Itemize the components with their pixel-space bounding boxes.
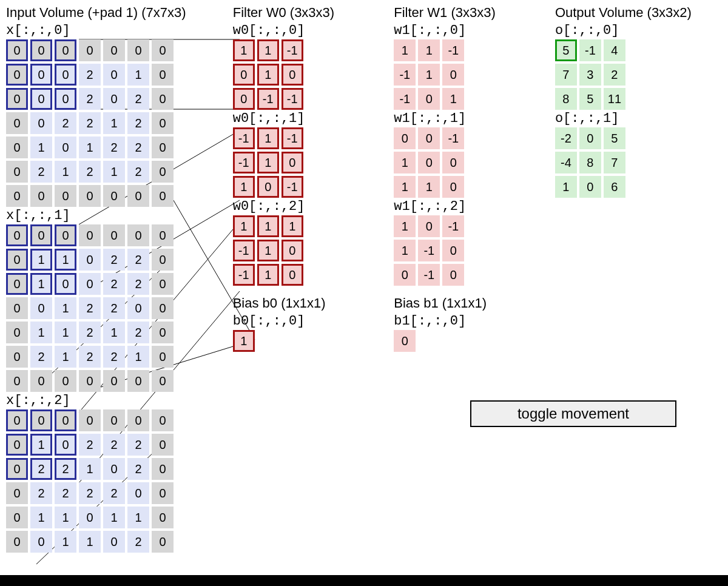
x2-r1-c4: 2 xyxy=(103,434,125,456)
x1-r5-c1: 2 xyxy=(30,346,52,368)
x1-r3-c3: 2 xyxy=(79,297,101,319)
o0-r1-c1: 3 xyxy=(579,64,601,86)
x1-r0-c2: 0 xyxy=(55,224,76,246)
input-grid-x2: 0000000010222002210200222200011011000110… xyxy=(6,409,221,553)
w0-d0-label: w0[:,:,0] xyxy=(233,23,382,38)
bias0-title: Bias b0 (1x1x1) xyxy=(233,295,382,311)
x1-r3-c1: 0 xyxy=(30,297,52,319)
o0-r0-c1: -1 xyxy=(579,39,601,61)
x1-r3-c6: 0 xyxy=(152,297,174,319)
x0-r6-c4: 0 xyxy=(103,185,125,207)
o0-r1-c0: 7 xyxy=(555,64,577,86)
output-grid-o1: -205-487106 xyxy=(555,127,722,198)
x0-r4-c6: 0 xyxy=(152,136,174,158)
x1-r1-c3: 0 xyxy=(79,249,101,271)
x0-r4-c2: 0 xyxy=(55,136,76,158)
x0-r0-c2: 0 xyxy=(55,39,76,61)
x2-r5-c0: 0 xyxy=(6,531,28,553)
filter-w0-column: Filter W0 (3x3x3) w0[:,:,0] 11-10100-1-1… xyxy=(233,5,382,553)
w1-title: Filter W1 (3x3x3) xyxy=(394,5,543,21)
x0-r5-c2: 1 xyxy=(55,161,76,183)
filter-grid-w1-d0: 11-1-110-101 xyxy=(394,39,543,110)
filter-grid-w1-d1: 00-1100110 xyxy=(394,127,543,198)
toggle-movement-button[interactable]: toggle movement xyxy=(470,400,676,427)
w0d0-r2-c0: 0 xyxy=(233,88,255,110)
bottom-bar xyxy=(0,575,728,586)
x1-r4-c5: 2 xyxy=(127,322,149,343)
o1-label: o[:,:,1] xyxy=(555,111,722,126)
x2-r1-c0: 0 xyxy=(6,434,28,456)
x0-r3-c5: 2 xyxy=(127,112,149,134)
w1d0-r0-c0: 1 xyxy=(394,39,416,61)
output-column: Output Volume (3x3x2) o[:,:,0] 5-1473285… xyxy=(555,5,722,553)
x2-r3-c0: 0 xyxy=(6,482,28,504)
x1-r0-c3: 0 xyxy=(79,224,101,246)
x1-r1-c5: 2 xyxy=(127,249,149,271)
o0-r0-c2: 4 xyxy=(604,39,625,61)
x0-r0-c3: 0 xyxy=(79,39,101,61)
w1d1-r0-c1: 0 xyxy=(418,127,440,149)
x0-r0-c4: 0 xyxy=(103,39,125,61)
w0d2-r0-c1: 1 xyxy=(257,215,279,237)
x0-r6-c3: 0 xyxy=(79,185,101,207)
x2-r4-c2: 1 xyxy=(55,507,76,528)
x1-r0-c1: 0 xyxy=(30,224,52,246)
x0-r6-c5: 0 xyxy=(127,185,149,207)
w1d2-r1-c0: 1 xyxy=(394,240,416,261)
x1-r5-c5: 1 xyxy=(127,346,149,368)
w1d1-r2-c0: 1 xyxy=(394,176,416,198)
w0d1-r1-c1: 1 xyxy=(257,152,279,173)
b1-label: b1[:,:,0] xyxy=(394,314,543,329)
x0-r0-c1: 0 xyxy=(30,39,52,61)
x1-r2-c4: 2 xyxy=(103,273,125,295)
x2-r4-c0: 0 xyxy=(6,507,28,528)
w0d2-r1-c0: -1 xyxy=(233,240,255,261)
w1-d1-label: w1[:,:,1] xyxy=(394,111,543,126)
x0-r3-c3: 2 xyxy=(79,112,101,134)
x1-r5-c0: 0 xyxy=(6,346,28,368)
w1d2-r0-c1: 0 xyxy=(418,215,440,237)
x0-r5-c5: 2 xyxy=(127,161,149,183)
x0-r0-c0: 0 xyxy=(6,39,28,61)
w1d1-r0-c2: -1 xyxy=(442,127,464,149)
o0-r2-c0: 8 xyxy=(555,88,577,110)
o1-r1-c1: 8 xyxy=(579,152,601,173)
input-grid-x0: 0000000000201000020200022120010122002121… xyxy=(6,39,221,207)
w1d2-r0-c2: -1 xyxy=(442,215,464,237)
w0d0-r0-c2: -1 xyxy=(281,39,303,61)
o1-r0-c0: -2 xyxy=(555,127,577,149)
w0d0-r1-c0: 0 xyxy=(233,64,255,86)
w0-title: Filter W0 (3x3x3) xyxy=(233,5,382,21)
w0d0-r1-c2: 0 xyxy=(281,64,303,86)
x0-r6-c0: 0 xyxy=(6,185,28,207)
w1d2-r0-c0: 1 xyxy=(394,215,416,237)
x0-r2-c6: 0 xyxy=(152,88,174,110)
w0d0-r0-c0: 1 xyxy=(233,39,255,61)
x1-r3-c5: 0 xyxy=(127,297,149,319)
w1d0-r1-c1: 1 xyxy=(418,64,440,86)
x2-r3-c6: 0 xyxy=(152,482,174,504)
o1-r1-c2: 7 xyxy=(604,152,625,173)
x2-r2-c4: 0 xyxy=(103,458,125,480)
x1-label: x[:,:,1] xyxy=(6,208,221,223)
filter-grid-w0-d0: 11-10100-1-1 xyxy=(233,39,382,110)
x2-r5-c6: 0 xyxy=(152,531,174,553)
x2-r0-c2: 0 xyxy=(55,409,76,431)
w1d2-r2-c2: 0 xyxy=(442,264,464,286)
w1-d2-label: w1[:,:,2] xyxy=(394,199,543,214)
x2-r0-c1: 0 xyxy=(30,409,52,431)
x1-r0-c0: 0 xyxy=(6,224,28,246)
x0-r2-c5: 2 xyxy=(127,88,149,110)
x2-r4-c4: 1 xyxy=(103,507,125,528)
x0-r5-c6: 0 xyxy=(152,161,174,183)
w0d1-r2-c0: 1 xyxy=(233,176,255,198)
w0d0-r2-c1: -1 xyxy=(257,88,279,110)
x2-r3-c3: 2 xyxy=(79,482,101,504)
x1-r3-c4: 2 xyxy=(103,297,125,319)
x1-r6-c0: 0 xyxy=(6,370,28,392)
x2-r3-c2: 2 xyxy=(55,482,76,504)
x0-r4-c5: 2 xyxy=(127,136,149,158)
w1d2-r2-c1: -1 xyxy=(418,264,440,286)
x2-r0-c3: 0 xyxy=(79,409,101,431)
x1-r6-c3: 0 xyxy=(79,370,101,392)
